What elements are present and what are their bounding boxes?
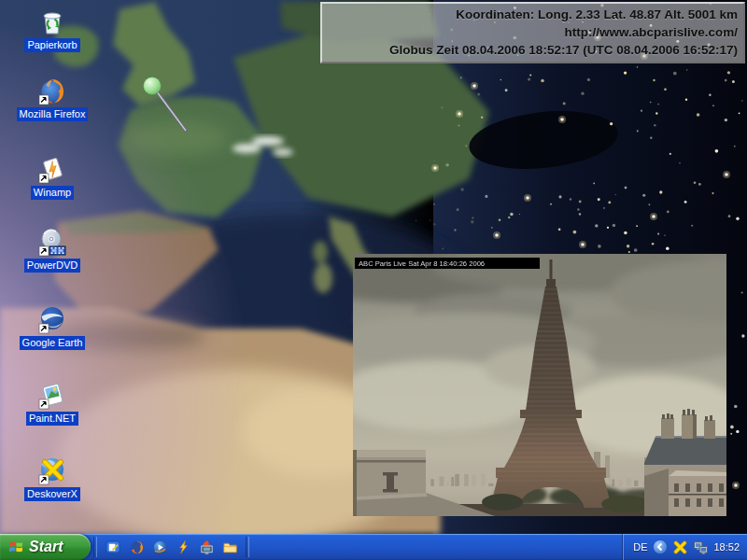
tray-network-icon[interactable]	[693, 539, 709, 555]
language-indicator[interactable]: DE	[633, 541, 647, 553]
tray-collapse-chevron-icon[interactable]	[652, 539, 668, 555]
google-earth-icon	[37, 304, 67, 334]
quick-launch-bar	[100, 538, 243, 556]
desktop-icon-winamp[interactable]: Winamp	[15, 154, 90, 200]
start-button[interactable]: Start	[0, 534, 91, 560]
icon-label: Mozilla Firefox	[17, 107, 89, 121]
windows-logo-icon	[7, 539, 24, 555]
paint-net-icon	[37, 380, 67, 410]
quicklaunch-firefox-icon[interactable]	[127, 538, 146, 556]
quicklaunch-folder-icon[interactable]	[220, 538, 239, 556]
deskoverx-icon	[37, 455, 67, 485]
winamp-icon	[37, 154, 67, 184]
url-line: http://www.abcparislive.com/	[326, 23, 738, 41]
start-label: Start	[29, 539, 72, 555]
desktop-area[interactable]: Papierkorb Mozilla Firefox	[0, 0, 747, 534]
taskbar: Start DE	[0, 534, 747, 560]
system-tray: DE 18:52	[623, 534, 747, 560]
taskbar-separator	[246, 537, 249, 557]
quicklaunch-media-player-icon[interactable]	[150, 538, 169, 556]
eiffel-tower-webcam-image: ABC Paris Live Sat Apr 8 18:40:26 2006	[353, 254, 726, 516]
coordinates-info-box: Koordinaten: Long. 2.33 Lat. 48.87 Alt. …	[320, 2, 745, 63]
recycle-bin-icon	[37, 7, 67, 36]
clock[interactable]: 18:52	[713, 541, 740, 553]
desktop-icon-deskoverx[interactable]: DeskoverX	[15, 455, 90, 501]
taskbar-separator	[93, 537, 97, 557]
firefox-icon	[37, 76, 67, 105]
tray-deskoverx-icon[interactable]	[672, 539, 688, 555]
webcam-window[interactable]: ABC Paris Live Sat Apr 8 18:40:26 2006	[353, 254, 726, 516]
coordinates-line: Koordinaten: Long. 2.33 Lat. 48.87 Alt. …	[326, 6, 738, 23]
desktop-icon-firefox[interactable]: Mozilla Firefox	[15, 76, 90, 121]
icon-label: Winamp	[31, 186, 74, 200]
icon-label: Google Earth	[20, 336, 86, 350]
webcam-caption-text: ABC Paris Live Sat Apr 8 18:40:26 2006	[359, 259, 485, 268]
desktop-icon-paint-net[interactable]: Paint.NET	[15, 380, 90, 426]
icon-label: Papierkorb	[24, 38, 79, 52]
desktop-icon-powerdvd[interactable]: PowerDVD	[15, 227, 90, 273]
desktop-icon-papierkorb[interactable]: Papierkorb	[15, 7, 90, 52]
quicklaunch-winamp-icon[interactable]	[174, 538, 192, 556]
desktop-icon-google-earth[interactable]: Google Earth	[15, 304, 90, 350]
icon-label: PowerDVD	[24, 259, 80, 273]
icon-label: DeskoverX	[24, 487, 80, 501]
quicklaunch-show-desktop-icon[interactable]	[104, 538, 122, 556]
windows-xp-desktop: Papierkorb Mozilla Firefox	[0, 0, 747, 560]
icon-label: Paint.NET	[26, 412, 78, 426]
powerdvd-icon	[37, 227, 67, 257]
quicklaunch-nero-burning-icon[interactable]	[197, 538, 216, 556]
globus-time-line: Globus Zeit 08.04.2006 18:52:17 (UTC 08.…	[326, 41, 738, 59]
